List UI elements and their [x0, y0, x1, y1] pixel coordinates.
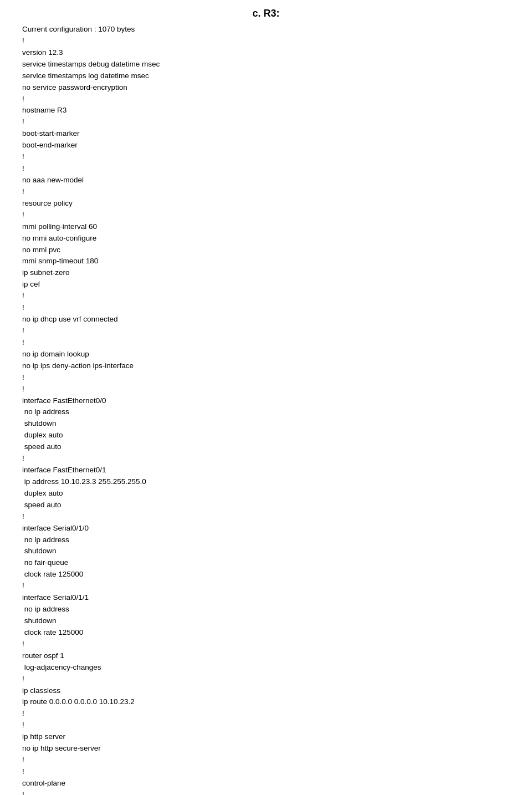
config-content: Current configuration : 1070 bytes ! ver… [22, 24, 510, 795]
page-container: c. R3: Current configuration : 1070 byte… [0, 0, 532, 795]
page-title: c. R3: [22, 8, 510, 19]
